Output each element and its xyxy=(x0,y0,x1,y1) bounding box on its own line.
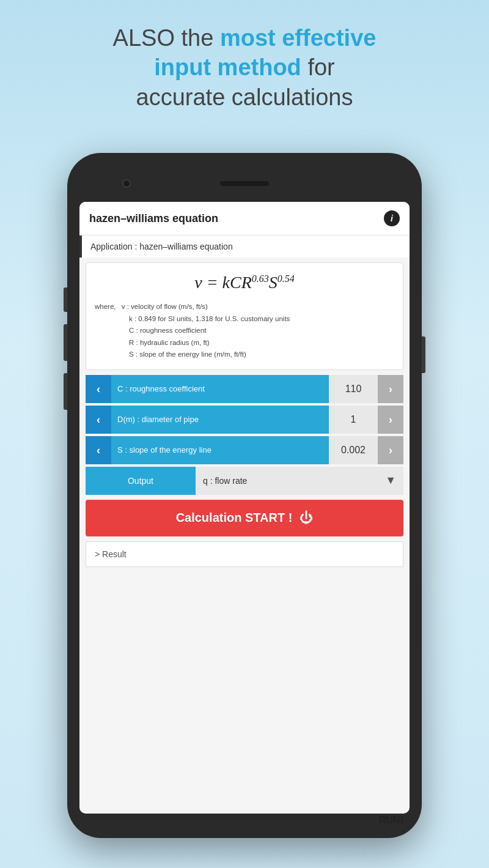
header-line1: ALSO the most effective xyxy=(37,24,452,53)
side-btn-3 xyxy=(64,373,67,410)
param-s-value: 0.002 xyxy=(329,436,378,464)
param-c-right-btn[interactable]: › xyxy=(378,375,403,403)
speaker xyxy=(220,181,269,186)
dropdown-arrow-icon: ▼ xyxy=(385,474,396,487)
header-section: ALSO the most effective input method for… xyxy=(0,0,489,125)
app-header: hazen–williams equation i xyxy=(79,202,410,236)
power-icon: ⏻ xyxy=(300,510,313,526)
var-r: R : hydraulic radius (m, ft) xyxy=(95,337,394,349)
header-highlight2: input method xyxy=(154,54,301,80)
power-button xyxy=(422,336,425,373)
var-c: C : roughness coefficient xyxy=(95,325,394,337)
param-s-label: S : slope of the energy line xyxy=(111,436,329,464)
var-s: S : slope of the energy line (m/m, ft/ft… xyxy=(95,349,394,361)
param-row-s: ‹ S : slope of the energy line 0.002 › xyxy=(86,436,403,464)
output-value-text: q : flow rate xyxy=(203,476,247,486)
header-highlight1: most effective xyxy=(220,25,377,51)
camera xyxy=(122,179,131,188)
param-d-label: D(m) : diameter of pipe xyxy=(111,406,329,434)
var-k: k : 0.849 for SI units, 1.318 for U.S. c… xyxy=(95,313,394,325)
output-label: Output xyxy=(86,467,196,495)
chevron-right-icon: › xyxy=(389,384,392,395)
param-c-value: 110 xyxy=(329,375,378,403)
side-btn-1 xyxy=(64,287,67,312)
chevron-left-icon: ‹ xyxy=(97,384,100,395)
where-label: where, xyxy=(95,301,116,313)
phone-notch xyxy=(79,165,410,202)
chevron-right-icon: › xyxy=(389,445,392,456)
phone-frame: hazen–williams equation i Application : … xyxy=(67,153,422,838)
param-d-value: 1 xyxy=(329,406,378,434)
param-d-right-btn[interactable]: › xyxy=(378,406,403,434)
info-button[interactable]: i xyxy=(384,210,400,226)
var-v: v : velocity of flow (m/s, ft/s) xyxy=(122,303,208,310)
param-row-c: ‹ C : roughness coefficient 110 › xyxy=(86,375,403,403)
formula-box: v = kCR0.63S0.54 where, v : velocity of … xyxy=(86,262,403,370)
output-row: Output q : flow rate ▼ xyxy=(86,467,403,495)
app-title: hazen–williams equation xyxy=(89,212,218,225)
phone-screen: hazen–williams equation i Application : … xyxy=(79,202,410,814)
application-label: Application : hazen–williams equation xyxy=(79,236,410,258)
chevron-left-icon: ‹ xyxy=(97,445,100,456)
param-section: ‹ C : roughness coefficient 110 › ‹ D(m)… xyxy=(86,375,403,464)
calc-btn-label: Calculation START ! xyxy=(176,511,293,525)
param-row-d: ‹ D(m) : diameter of pipe 1 › xyxy=(86,406,403,434)
header-plain-for: for xyxy=(307,54,334,80)
header-plain-text: ALSO the xyxy=(113,25,220,51)
param-c-label: C : roughness coefficient xyxy=(111,375,329,403)
param-s-right-btn[interactable]: › xyxy=(378,436,403,464)
formula-variables: where, v : velocity of flow (m/s, ft/s) … xyxy=(95,301,394,361)
chevron-right-icon: › xyxy=(389,414,392,425)
output-dropdown[interactable]: q : flow rate ▼ xyxy=(196,467,403,495)
calculation-start-button[interactable]: Calculation START ! ⏻ xyxy=(86,500,403,536)
param-d-left-btn[interactable]: ‹ xyxy=(86,406,111,434)
param-c-left-btn[interactable]: ‹ xyxy=(86,375,111,403)
result-box: > Result xyxy=(86,541,403,567)
side-btn-2 xyxy=(64,324,67,361)
header-line3: accurate calculations xyxy=(37,83,452,113)
result-text: > Result xyxy=(95,549,127,559)
chevron-left-icon: ‹ xyxy=(97,414,100,425)
formula-display: v = kCR0.63S0.54 xyxy=(95,273,394,292)
param-s-left-btn[interactable]: ‹ xyxy=(86,436,111,464)
